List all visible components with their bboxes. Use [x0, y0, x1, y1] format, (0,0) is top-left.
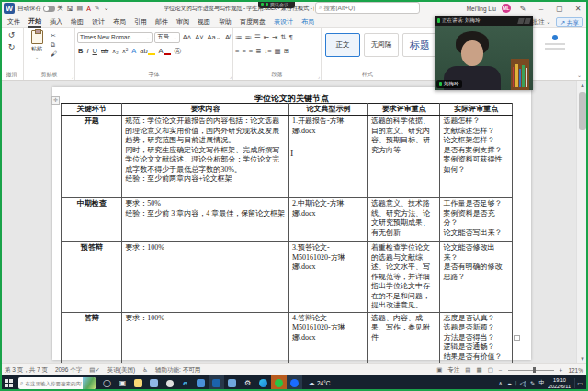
vertical-scrollbar[interactable]: ▲ ▼ [576, 81, 587, 363]
enclose-character-icon[interactable]: Ⓐ [174, 47, 183, 56]
format-painter-icon[interactable]: 🖌 [51, 50, 57, 57]
pen-icon[interactable]: ✎ [95, 5, 100, 12]
qat-dropdown-icon[interactable]: ⌄ [104, 5, 109, 12]
table-resize-handle-icon[interactable] [514, 335, 520, 341]
align-center-icon[interactable]: ≡ [242, 47, 245, 55]
meeting-video-window[interactable]: 正在讲话: 刘梅玲 刘梅玲 [435, 16, 533, 90]
paste-button[interactable]: 粘贴 ⌄ [26, 30, 48, 71]
zoom-slider-thumb[interactable] [533, 367, 536, 373]
align-left-icon[interactable]: ≡ [235, 47, 239, 55]
accessibility-status[interactable]: 辅助功能: 不可用 [155, 366, 200, 374]
cell-requirements[interactable]: 要求：100% [122, 242, 289, 313]
bing-daily-image[interactable] [83, 377, 96, 389]
mail-icon[interactable] [193, 375, 209, 391]
scrollbar-thumb[interactable] [579, 92, 586, 130]
web-layout-icon[interactable]: ▢ [488, 366, 493, 374]
settings-gear-icon[interactable]: ⚙ [240, 375, 255, 391]
cell-example[interactable]: 3.预答论文-M50161020-方琳娜.docx [288, 242, 368, 313]
phone-link-icon[interactable] [224, 375, 240, 391]
zoom-out-icon[interactable]: − [499, 367, 503, 374]
redo-icon[interactable]: ↻ [8, 42, 16, 51]
style-no-spacing[interactable]: 无间隔 [364, 33, 399, 57]
print-layout-icon[interactable]: ▦ [476, 366, 481, 374]
col-header[interactable]: 实际评审重点 [440, 104, 513, 116]
cell-required-focus[interactable]: 选题的科学依据、目的意义、研究内容、预期目标、研究方向等 [368, 116, 440, 198]
cell-actual-focus[interactable]: 选题怎样？ 文献综述怎样？ 论文框架怎样？ 是否有案例支撑？ 案例资料可获得性如… [440, 116, 513, 198]
cortana-icon[interactable]: ◯ [99, 375, 115, 391]
tab-home[interactable]: 开始 [28, 17, 41, 28]
cell-example[interactable]: 1.开题报告-方琳娜.docx [288, 116, 368, 198]
col-header[interactable]: 要求内容 [122, 104, 289, 116]
tencent-meeting-icon[interactable] [287, 375, 302, 391]
taskbar-search-input[interactable] [25, 381, 82, 386]
page-icon[interactable]: ▤ [77, 5, 84, 12]
cell-requirements[interactable]: 要求：50% 经验：至少前 3 章内容，4 章最佳，保留论文框架 [122, 198, 289, 242]
zoom-in-icon[interactable]: + [560, 367, 563, 374]
font-dialog-launcher-icon[interactable]: ⌟ [230, 73, 232, 79]
tab-help[interactable]: 帮助 [219, 17, 232, 27]
document-page[interactable]: ✛ 学位论文的关键节点 关键环节 要求内容 论文典型示例 要求评审重点 实际评审… [52, 87, 531, 360]
pen-settings-icon[interactable]: ✎ [530, 380, 535, 387]
maximize-button[interactable]: ▢ [553, 5, 566, 13]
save-icon[interactable]: 🖫 [67, 6, 74, 12]
page-info[interactable]: 第 3 页，共 7 页 [5, 366, 48, 374]
scroll-down-icon[interactable]: ▼ [577, 354, 588, 363]
speaker-icon[interactable]: ◁) [520, 380, 526, 387]
word-count[interactable]: 2096 个字 [55, 366, 82, 374]
cell-required-focus[interactable]: 选题意义、技术路线、研究方法、论文研究预期成果、有无创新 [368, 198, 440, 242]
read-mode-icon[interactable]: ▤ [465, 366, 470, 374]
align-right-icon[interactable]: ≡ [249, 47, 253, 55]
voice-input-icon[interactable] [162, 375, 177, 391]
col-header[interactable]: 关键环节 [62, 104, 122, 116]
change-case-icon[interactable]: Aa⌄ [207, 33, 222, 41]
photos-icon[interactable] [146, 375, 162, 391]
italic-icon[interactable]: I [85, 47, 89, 55]
word-app-icon[interactable]: W [4, 3, 15, 14]
decrease-indent-icon[interactable]: ⇤ [264, 33, 269, 41]
font-color-icon[interactable]: A [86, 6, 91, 12]
tab-mailings[interactable]: 邮件 [155, 17, 168, 27]
pen-mode-icon[interactable]: ✎ [516, 5, 529, 13]
borders-icon[interactable]: ⊞ [284, 47, 289, 55]
cell-required-focus[interactable]: 着重检查学位论文的选题与文献综述、论文水平、写作规范等，并详细指出学位论文中存在… [368, 242, 440, 313]
col-header[interactable]: 要求评审重点 [368, 104, 440, 116]
tab-draw[interactable]: 绘图 [71, 17, 84, 27]
language-indicator[interactable]: 英语(美国) [107, 366, 135, 374]
text-effects-icon[interactable]: A [130, 47, 137, 55]
tab-baidu-netdisk[interactable]: 百度网盘 [240, 17, 266, 27]
internet-explorer-icon[interactable]: e [177, 375, 193, 391]
tab-file[interactable]: 文件 [7, 17, 20, 27]
search-box[interactable]: ⌕ [315, 2, 420, 14]
search-input[interactable] [323, 5, 416, 11]
start-button[interactable] [0, 375, 17, 391]
subscript-icon[interactable]: x₂ [111, 47, 119, 55]
cell-actual-focus[interactable]: 论文能否修改出来？ 是否有明确的修改思路？ [440, 242, 513, 313]
outlook-icon[interactable] [209, 375, 224, 391]
strikethrough-icon[interactable]: ab [100, 47, 109, 55]
meeting-share-toolbar[interactable]: 腾讯会议 [258, 0, 295, 8]
focus-icon[interactable]: ▣ [436, 366, 442, 374]
taskbar-search-box[interactable]: ⌕ [18, 377, 96, 389]
close-button[interactable]: ✕ [571, 5, 584, 13]
shading-icon[interactable]: ▦ [275, 47, 281, 55]
copy-icon[interactable]: ⧉ [51, 41, 57, 49]
focus-label[interactable]: 专注 [447, 366, 459, 374]
spellcheck-icon[interactable]: ▤✓ [89, 366, 100, 374]
cell-requirements[interactable]: 规范：学位论文开题报告的内容包括：论文选题的理论意义和实用价值，国内外研究现状及… [122, 116, 289, 198]
editor-icon[interactable] [552, 35, 558, 40]
tray-expand-icon[interactable]: ∧ [498, 380, 503, 387]
style-normal[interactable]: 正文 [325, 33, 360, 57]
file-explorer-icon[interactable] [130, 375, 146, 391]
cell-actual-focus[interactable]: 工作量是否足够？ 案例资料是否充分？ 论文能否写出来？ [440, 198, 513, 242]
bold-icon[interactable]: B [77, 47, 84, 55]
style-heading1[interactable]: 标题 [402, 33, 437, 57]
meeting-video-header[interactable]: 正在讲话: 刘梅玲 [435, 16, 533, 26]
tab-table-design[interactable]: 表设计 [274, 17, 293, 27]
tab-insert[interactable]: 插入 [50, 17, 62, 27]
tab-table-layout[interactable]: 布局 [301, 17, 314, 27]
paragraph-dialog-launcher-icon[interactable]: ⌟ [318, 73, 320, 79]
superscript-icon[interactable]: x² [121, 47, 129, 55]
zoom-level[interactable]: 121% [568, 367, 583, 374]
share-button[interactable]: ↗ 共享 [556, 17, 583, 27]
tab-design[interactable]: 设计 [92, 17, 105, 27]
